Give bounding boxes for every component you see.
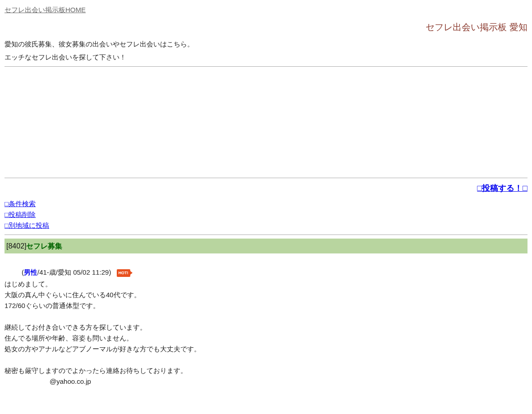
post-meta: (男性/41-歳/愛知 05/02 11:29) HOT! bbox=[22, 267, 527, 278]
other-region-link[interactable]: □別地域に投稿 bbox=[5, 220, 527, 231]
search-link[interactable]: □条件検索 bbox=[5, 198, 527, 209]
ad-spacer bbox=[5, 70, 527, 174]
divider bbox=[5, 235, 527, 235]
post-new-button[interactable]: □投稿する！□ bbox=[477, 184, 527, 193]
post-gender: 男性 bbox=[24, 268, 37, 276]
delete-link[interactable]: □投稿削除 bbox=[5, 209, 527, 220]
post-header: [8402]セフレ募集 bbox=[5, 239, 527, 254]
post-body: はじめまして。 大阪の真ん中ぐらいに住んでいる40代です。 172/60ぐらいの… bbox=[5, 279, 527, 376]
page-title: セフレ出会い掲示板 愛知 bbox=[5, 20, 527, 34]
home-link[interactable]: セフレ出会い掲示板HOME bbox=[5, 6, 86, 14]
intro-text-2: エッチなセフレ出会いを探して下さい！ bbox=[5, 52, 527, 63]
post-meta-rest: /41-歳/愛知 05/02 11:29) bbox=[37, 268, 111, 276]
post-email: @yahoo.co.jp bbox=[50, 376, 527, 387]
divider bbox=[5, 178, 527, 178]
post-title: セフレ募集 bbox=[26, 242, 62, 250]
hot-badge-icon: HOT! bbox=[117, 269, 130, 276]
intro-text-1: 愛知の彼氏募集、彼女募集の出会いやセフレ出会いはこちら。 bbox=[5, 39, 527, 50]
divider bbox=[5, 66, 527, 67]
post-id: [8402] bbox=[6, 242, 26, 250]
